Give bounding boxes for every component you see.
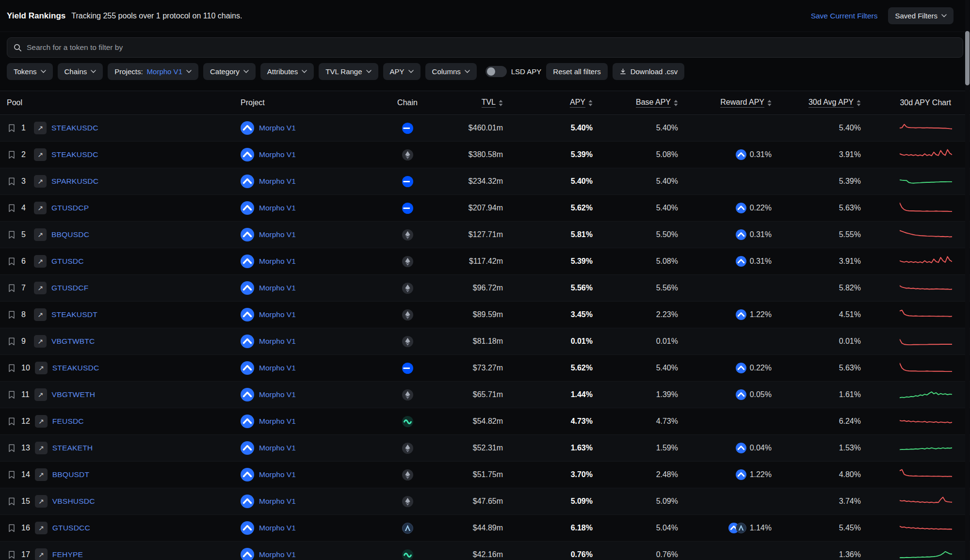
open-pool-icon[interactable]: ↗	[35, 468, 48, 481]
pool-link[interactable]: GTUSDC	[51, 257, 84, 266]
bookmark-icon[interactable]	[7, 123, 16, 133]
bookmark-icon[interactable]	[7, 443, 16, 453]
pool-link[interactable]: FEHYPE	[52, 550, 83, 559]
bookmark-icon[interactable]	[7, 416, 16, 426]
column-header-base-apy[interactable]: Base APY	[602, 98, 688, 108]
download-csv-button[interactable]: Download .csv	[613, 63, 685, 80]
project-cell[interactable]: Morpho V1	[223, 148, 359, 161]
reset-all-filters-button[interactable]: Reset all filters	[546, 63, 607, 80]
project-link[interactable]: Morpho V1	[259, 257, 296, 266]
open-pool-icon[interactable]: ↗	[35, 442, 48, 454]
open-pool-icon[interactable]: ↗	[34, 122, 47, 134]
project-cell[interactable]: Morpho V1	[223, 361, 359, 375]
project-cell[interactable]: Morpho V1	[223, 281, 359, 295]
project-link[interactable]: Morpho V1	[259, 444, 296, 452]
bookmark-icon[interactable]	[7, 310, 16, 320]
saved-filters-button[interactable]: Saved Filters	[888, 7, 954, 24]
bookmark-icon[interactable]	[7, 256, 16, 266]
project-link[interactable]: Morpho V1	[259, 310, 296, 319]
open-pool-icon[interactable]: ↗	[35, 495, 48, 508]
pool-link[interactable]: FEUSDC	[52, 417, 84, 426]
bookmark-icon[interactable]	[7, 550, 16, 560]
column-header-tvl[interactable]: TVL	[456, 98, 513, 108]
category-filter-button[interactable]: Category	[203, 63, 256, 80]
open-pool-icon[interactable]: ↗	[34, 228, 47, 241]
bookmark-icon[interactable]	[7, 390, 16, 400]
lsd-apy-toggle[interactable]	[485, 66, 507, 77]
project-link[interactable]: Morpho V1	[259, 204, 296, 212]
project-link[interactable]: Morpho V1	[259, 230, 296, 239]
open-pool-icon[interactable]: ↗	[34, 388, 47, 401]
bookmark-icon[interactable]	[7, 283, 16, 293]
open-pool-icon[interactable]: ↗	[34, 255, 47, 268]
pool-link[interactable]: STEAKUSDC	[52, 364, 99, 372]
apy-filter-button[interactable]: APY	[383, 63, 420, 80]
pool-link[interactable]: BBQUSDC	[51, 230, 89, 239]
project-link[interactable]: Morpho V1	[259, 284, 296, 292]
project-cell[interactable]: Morpho V1	[223, 548, 359, 560]
project-link[interactable]: Morpho V1	[259, 390, 296, 399]
project-cell[interactable]: Morpho V1	[223, 228, 359, 241]
project-link[interactable]: Morpho V1	[259, 177, 296, 186]
project-link[interactable]: Morpho V1	[259, 337, 296, 346]
project-cell[interactable]: Morpho V1	[223, 415, 359, 428]
project-cell[interactable]: Morpho V1	[223, 308, 359, 321]
pool-link[interactable]: GTUSDCP	[51, 204, 89, 212]
project-cell[interactable]: Morpho V1	[223, 335, 359, 348]
project-link[interactable]: Morpho V1	[259, 417, 296, 426]
column-header-reward-apy[interactable]: Reward APY	[688, 98, 781, 108]
project-link[interactable]: Morpho V1	[259, 124, 296, 132]
bookmark-icon[interactable]	[7, 523, 16, 533]
pool-link[interactable]: STEAKETH	[52, 444, 93, 452]
bookmark-icon[interactable]	[7, 363, 16, 373]
pool-link[interactable]: GTUSDCC	[52, 524, 90, 532]
bookmark-icon[interactable]	[7, 470, 16, 480]
project-cell[interactable]: Morpho V1	[223, 175, 359, 188]
project-cell[interactable]: Morpho V1	[223, 121, 359, 135]
bookmark-icon[interactable]	[7, 230, 16, 240]
save-current-filters-link[interactable]: Save Current Filters	[811, 12, 878, 20]
pool-link[interactable]: SPARKUSDC	[51, 177, 98, 186]
tvl-range-filter-button[interactable]: TVL Range	[319, 63, 378, 80]
pool-link[interactable]: STEAKUSDC	[51, 150, 98, 159]
chains-filter-button[interactable]: Chains	[58, 63, 103, 80]
bookmark-icon[interactable]	[7, 336, 16, 346]
project-link[interactable]: Morpho V1	[259, 497, 296, 506]
bookmark-icon[interactable]	[7, 176, 16, 186]
open-pool-icon[interactable]: ↗	[34, 202, 47, 214]
pool-link[interactable]: VBGTWBTC	[51, 337, 95, 346]
open-pool-icon[interactable]: ↗	[34, 148, 47, 161]
pool-link[interactable]: VBGTWETH	[52, 390, 95, 399]
scrollbar-thumb[interactable]	[965, 31, 970, 85]
pool-link[interactable]: STEAKUSDC	[51, 124, 98, 132]
pool-link[interactable]: BBQUSDT	[52, 470, 89, 479]
project-cell[interactable]: Morpho V1	[223, 441, 359, 455]
open-pool-icon[interactable]: ↗	[35, 362, 48, 374]
pool-link[interactable]: STEAKUSDT	[51, 310, 97, 319]
attributes-filter-button[interactable]: Attributes	[260, 63, 314, 80]
open-pool-icon[interactable]: ↗	[34, 282, 47, 294]
project-link[interactable]: Morpho V1	[259, 550, 296, 559]
project-cell[interactable]: Morpho V1	[223, 495, 359, 508]
open-pool-icon[interactable]: ↗	[35, 548, 48, 560]
pool-link[interactable]: VBSHUSDC	[52, 497, 95, 506]
open-pool-icon[interactable]: ↗	[35, 522, 48, 534]
project-link[interactable]: Morpho V1	[259, 524, 296, 532]
project-cell[interactable]: Morpho V1	[223, 388, 359, 401]
bookmark-icon[interactable]	[7, 496, 16, 506]
columns-filter-button[interactable]: Columns	[425, 63, 477, 80]
open-pool-icon[interactable]: ↗	[34, 335, 47, 348]
column-header-apy[interactable]: APY	[513, 98, 602, 108]
column-header-30d-avg-apy[interactable]: 30d Avg APY	[781, 98, 871, 108]
pool-link[interactable]: GTUSDCF	[51, 284, 88, 292]
tokens-filter-button[interactable]: Tokens	[7, 63, 53, 80]
project-link[interactable]: Morpho V1	[259, 470, 296, 479]
project-link[interactable]: Morpho V1	[259, 364, 296, 372]
open-pool-icon[interactable]: ↗	[34, 175, 47, 188]
bookmark-icon[interactable]	[7, 150, 16, 160]
project-cell[interactable]: Morpho V1	[223, 255, 359, 268]
project-cell[interactable]: Morpho V1	[223, 201, 359, 215]
bookmark-icon[interactable]	[7, 203, 16, 213]
project-link[interactable]: Morpho V1	[259, 150, 296, 159]
project-cell[interactable]: Morpho V1	[223, 468, 359, 481]
